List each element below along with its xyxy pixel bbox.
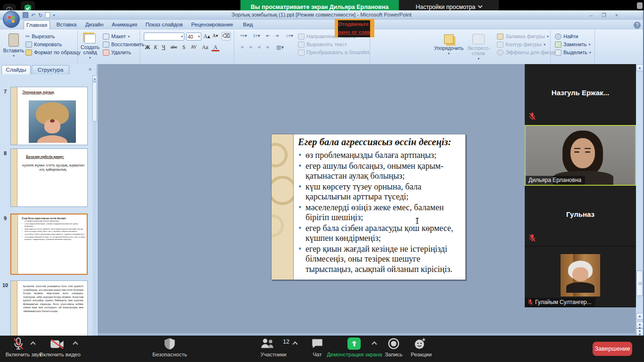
participants-chevron-icon[interactable] [292,341,297,346]
shape-fill-icon [497,33,504,40]
unmute-button[interactable] [12,337,25,350]
align-right-button[interactable]: ≡ [255,44,263,50]
change-case-button[interactable]: Aa [200,44,210,50]
title-bar[interactable]: Зорлық зомбылық (1).ppt [Режим совместим… [0,10,643,20]
previous-slide-button[interactable]: ▲▲ [636,321,644,329]
participant-tile-2-video[interactable]: Дильяра Ерлановна [525,125,636,186]
participant-tile-1[interactable]: Назгуль Ержак... [525,64,636,125]
slide-title[interactable]: Егер бала агрессиясыз өссін десеңіз: [298,137,463,148]
tab-animation[interactable]: Анимация [109,20,140,30]
chat-bubble-icon [311,338,323,349]
reset-slide-button[interactable]: Восстановить [103,41,144,48]
cut-button[interactable]: ✂ Вырезать [25,33,55,40]
tab-view[interactable]: Вид [239,20,257,30]
columns-button[interactable]: ▥▾ [274,44,286,51]
start-video-button[interactable] [50,339,64,349]
video-options-chevron-icon[interactable] [73,341,78,346]
scroll-up-icon[interactable]: ▲ [92,75,97,81]
help-icon[interactable]: ? [634,22,641,29]
tab-outline-pane[interactable]: Структура [32,65,69,74]
slide-bullet-list[interactable]: өз проблемаңызды балаға артпаңыз; егер а… [298,150,464,275]
justify-button[interactable]: ≡ [264,44,272,50]
line-spacing-button[interactable]: ↕≡▾ [284,33,295,39]
zoom-mini-widget[interactable] [637,2,643,9]
select-button[interactable]: Выделить▾ [555,49,591,56]
paste-button[interactable]: Вставить ▾ [3,32,25,65]
numbering-button[interactable]: 1≡▾ [251,33,262,39]
undo-icon[interactable]: ↶ [31,12,35,18]
underline-button[interactable]: Ч [160,44,167,50]
pane-close-icon[interactable]: × [87,66,93,73]
scroll-down-icon[interactable]: ▼ [636,313,644,320]
print-preview-icon[interactable] [45,12,50,18]
find-button[interactable]: Найти [555,33,578,40]
main-vertical-scrollbar[interactable]: ▲ ▼ ▲▲ ▼▼ [636,64,643,336]
find-icon [555,33,561,40]
quick-styles-button[interactable]: Экспресс-стили ▾ [463,32,494,65]
slide-thumbnail-9-selected[interactable]: Егер бала агрессиясыз өссін десеңіз: өз … [10,214,88,275]
scrollbar-thumb[interactable] [636,271,643,296]
tab-design[interactable]: Дизайн [82,20,107,30]
qat-more-icon[interactable]: ▾ [53,13,55,17]
italic-button[interactable]: К [152,44,159,50]
new-slide-button[interactable]: Создать слайд ▾ [79,32,101,65]
arrange-button[interactable]: Упорядочить ▾ [437,32,461,65]
align-text-button[interactable]: Выровнять текст [298,41,347,48]
align-center-button[interactable]: ≡ [247,44,255,50]
font-size-combo[interactable]: 40▾ [186,33,201,41]
format-painter-button[interactable]: Формат по образцу [25,49,81,56]
strikethrough-button[interactable]: abc [168,44,180,50]
font-color-button[interactable]: А [211,44,220,51]
next-slide-button[interactable]: ▼▼ [636,329,644,336]
tab-slides-pane[interactable]: Слайды [1,65,31,74]
tab-insert[interactable]: Вставка [54,20,79,30]
delete-slide-button[interactable]: Удалить [103,49,131,56]
scrollbar-thumb[interactable] [92,82,97,122]
align-left-button[interactable]: ≡ [238,44,246,50]
convert-smartart-button[interactable]: Преобразовать в SmartArt [298,49,369,56]
format-painter-icon [25,49,32,56]
slide-thumbnail-8[interactable]: Балалар еңбегін қанау: күшпен жұмыс істе… [10,148,88,207]
decrease-indent-button[interactable]: ⇤ [264,33,272,39]
shape-effects-button[interactable]: Эффекты для фигур▾ [497,49,559,56]
increase-indent-button[interactable]: ⇥ [272,33,281,39]
shape-fill-button[interactable]: Заливка фигуры▾ [497,33,549,40]
security-button[interactable] [164,337,175,350]
save-icon[interactable] [23,12,28,18]
bullets-button[interactable]: •≡▾ [238,33,249,39]
close-button[interactable]: × [611,12,622,18]
restore-button[interactable]: ❐ [599,12,609,18]
slide-thumbnail-10[interactable]: Қалыпты агрессия реакциясы бала өзін қау… [10,280,88,339]
tab-home[interactable]: Главная [24,20,50,30]
replace-button[interactable]: Заменить▾ [555,41,590,48]
text-shadow-button[interactable]: S [180,44,188,50]
thumbnails-scrollbar[interactable]: ▲ [92,75,97,336]
end-meeting-button[interactable]: Завершение [593,342,632,356]
share-options-chevron-icon[interactable] [372,341,377,346]
copy-button[interactable]: Копировать [25,41,62,48]
font-name-combo[interactable]: ▾ [144,33,184,41]
record-button[interactable] [388,337,400,350]
participant-tile-3[interactable]: Гульназ [525,186,636,247]
grow-font-button[interactable]: A▴ [203,33,211,41]
shrink-font-button[interactable]: A▾ [211,33,219,41]
shape-outline-button[interactable]: Контур фигуры▾ [497,41,545,48]
character-spacing-button[interactable]: AV [189,44,199,50]
share-screen-button[interactable] [347,337,361,350]
reactions-button[interactable] [414,337,426,350]
redo-icon[interactable]: ↻ [38,12,42,18]
slide-thumbnail-7[interactable]: Эмоциялық зорлық [10,87,88,145]
tab-slideshow[interactable]: Показ слайдов [142,20,186,30]
audio-options-chevron-icon[interactable] [30,341,35,346]
layout-button[interactable]: Макет▾ [103,33,130,40]
scroll-up-icon[interactable]: ▲ [636,64,644,71]
participants-button[interactable] [260,338,274,349]
participant-tile-4[interactable]: Гулайым Султангер... [525,247,636,307]
office-button[interactable] [3,11,20,28]
clear-formatting-button[interactable]: ⌫ [222,32,231,41]
tab-review[interactable]: Рецензирование [189,20,236,30]
chat-button[interactable] [311,338,323,349]
bold-button[interactable]: Ж [144,44,151,50]
minimize-button[interactable]: – [586,12,596,18]
current-slide[interactable]: Егер бала агрессиясыз өссін десеңіз: өз … [271,134,466,280]
